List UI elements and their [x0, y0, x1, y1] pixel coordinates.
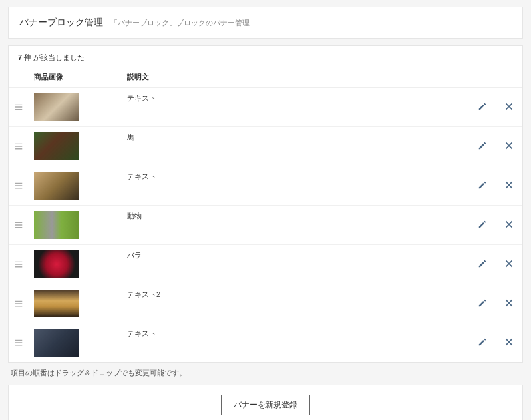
banner-description: 動物	[127, 212, 142, 220]
edit-button[interactable]	[476, 101, 489, 114]
banner-thumbnail	[34, 172, 79, 200]
delete-button[interactable]	[502, 297, 516, 310]
close-icon	[504, 337, 514, 349]
edit-button[interactable]	[476, 179, 489, 192]
close-icon	[504, 180, 514, 192]
page-subtitle: 「バナーブロック」ブロックのバナー管理	[110, 19, 250, 27]
pencil-icon	[478, 102, 487, 113]
banner-description: テキスト	[127, 94, 156, 102]
banner-description: テキスト	[127, 329, 156, 337]
drag-handle-icon[interactable]	[14, 142, 23, 151]
result-count: 7 件 が該当しました	[9, 46, 522, 68]
banner-thumbnail	[34, 329, 79, 357]
table-row: テキスト	[9, 323, 522, 363]
banner-thumbnail	[34, 211, 79, 239]
drag-drop-note: 項目の順番はドラッグ＆ドロップでも変更可能です。	[11, 368, 520, 378]
drag-handle-icon[interactable]	[14, 338, 23, 347]
drag-handle-icon[interactable]	[14, 299, 23, 308]
col-image-header: 商品画像	[29, 68, 122, 88]
banner-description: バラ	[127, 251, 142, 259]
banner-description: 馬	[127, 133, 134, 141]
close-icon	[504, 220, 514, 231]
edit-button[interactable]	[476, 140, 489, 153]
banner-thumbnail	[34, 290, 79, 317]
table-row: テキスト	[9, 166, 522, 206]
delete-button[interactable]	[502, 218, 516, 232]
delete-button[interactable]	[502, 258, 516, 271]
edit-button[interactable]	[476, 218, 489, 232]
register-banner-button[interactable]: バナーを新規登録	[221, 395, 310, 415]
pencil-icon	[478, 298, 487, 310]
pencil-icon	[478, 220, 487, 231]
table-row: テキスト2	[9, 284, 522, 323]
page-header: バナーブロック管理 「バナーブロック」ブロックのバナー管理	[8, 7, 523, 39]
table-row: テキスト	[9, 88, 522, 127]
pencil-icon	[478, 337, 487, 349]
close-icon	[504, 141, 514, 152]
pencil-icon	[478, 180, 487, 192]
col-edit	[469, 68, 496, 88]
banner-thumbnail	[34, 93, 79, 121]
close-icon	[504, 298, 514, 310]
banner-thumbnail	[34, 250, 79, 278]
delete-button[interactable]	[502, 179, 516, 192]
col-delete	[496, 68, 522, 88]
banner-table: 商品画像 説明文 テキスト馬テキスト動物バラテキスト2テキスト	[9, 68, 522, 362]
edit-button[interactable]	[476, 336, 489, 349]
drag-handle-icon[interactable]	[14, 181, 23, 190]
pencil-icon	[478, 141, 487, 152]
col-desc-header: 説明文	[122, 68, 469, 88]
page-title: バナーブロック管理	[19, 17, 103, 27]
close-icon	[504, 102, 514, 113]
edit-button[interactable]	[476, 258, 489, 271]
banner-list-card: 7 件 が該当しました 商品画像 説明文 テキスト馬テキスト動物バラテキスト2テ…	[8, 45, 523, 363]
banner-thumbnail	[34, 132, 79, 160]
drag-handle-icon[interactable]	[14, 103, 23, 112]
table-row: 馬	[9, 127, 522, 166]
delete-button[interactable]	[502, 101, 516, 114]
edit-button[interactable]	[476, 297, 489, 310]
banner-description: テキスト2	[127, 290, 160, 298]
delete-button[interactable]	[502, 140, 516, 153]
drag-handle-icon[interactable]	[14, 260, 23, 269]
count-number: 7 件	[18, 53, 31, 61]
banner-description: テキスト	[127, 172, 156, 180]
delete-button[interactable]	[502, 336, 516, 349]
pencil-icon	[478, 259, 487, 270]
table-row: バラ	[9, 245, 522, 284]
close-icon	[504, 259, 514, 270]
count-text: が該当しました	[31, 53, 85, 61]
table-row: 動物	[9, 206, 522, 245]
col-handle	[9, 68, 29, 88]
register-card: バナーを新規登録	[8, 385, 523, 420]
drag-handle-icon[interactable]	[14, 220, 23, 230]
